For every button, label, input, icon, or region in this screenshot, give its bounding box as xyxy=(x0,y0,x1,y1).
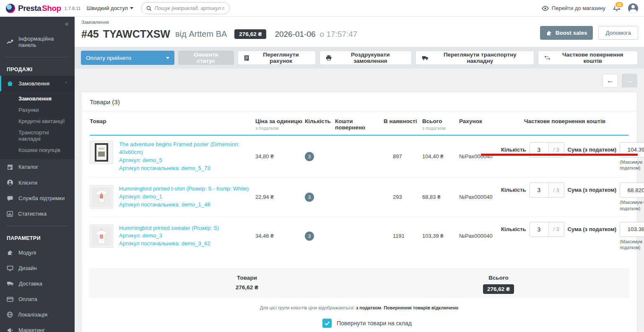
product-name-link[interactable]: Hummingbird printed t-shirt (Розмір: S -… xyxy=(119,185,249,193)
help-button[interactable]: Допомога xyxy=(598,26,638,40)
product-reference[interactable]: Артикул: demo_3 xyxy=(119,232,219,240)
col-unit-price-tax-note: з податком xyxy=(255,126,305,131)
print-order-button[interactable]: Роздрукувати замовлення xyxy=(319,51,412,65)
checkbox-checked-icon[interactable] xyxy=(322,319,332,328)
refund-quantity-input[interactable] xyxy=(530,222,548,237)
order-status-dropdown[interactable]: Оплату прийнято xyxy=(81,51,174,65)
refund-quantity-label: Кількість xyxy=(501,147,526,153)
tax-display-note: Для цієї групи клієнтів ціни відображают… xyxy=(81,305,637,310)
order-number: #45 xyxy=(81,28,99,40)
refund-quantity-max: / 3 xyxy=(548,183,564,197)
total-value: 103,39 ₴ xyxy=(422,233,459,239)
stock-value: 1191 xyxy=(384,233,422,239)
sidebar-item-payment[interactable]: Оплата xyxy=(0,291,75,307)
product-reference[interactable]: Артикул: demo_5 xyxy=(119,157,255,165)
total-value: 68,83 ₴ xyxy=(422,194,459,200)
sidebar-item-stats[interactable]: Статистика xyxy=(0,206,75,221)
update-status-button[interactable]: Оновити статус xyxy=(178,51,234,65)
refund-amount-label: Сума (з податком) xyxy=(568,187,617,193)
submenu-item-invoices[interactable]: Рахунки xyxy=(0,104,75,116)
refund-amount-input[interactable] xyxy=(620,222,644,237)
sidebar-item-modules[interactable]: Модулі xyxy=(0,244,75,260)
submenu-item-orders[interactable]: Замовлення xyxy=(0,93,75,104)
quantity-badge: 3 xyxy=(305,193,314,202)
sidebar-item-customers[interactable]: Клієнти xyxy=(0,175,75,190)
store-icon xyxy=(7,164,13,170)
breadcrumb[interactable]: Замовлення xyxy=(81,20,637,25)
sidebar-item-localization[interactable]: Локалізація xyxy=(0,307,75,322)
submenu-item-shopping-carts[interactable]: Кошики покупців xyxy=(0,144,75,156)
quantity-badge: 3 xyxy=(305,232,314,241)
prestashop-logo[interactable]: Presta Shop xyxy=(6,4,61,13)
sidebar-item-shipping[interactable]: Доставка xyxy=(0,276,75,291)
product-supplier-reference[interactable]: Артикул постачальника: demo_3_62 xyxy=(119,240,219,248)
product-name-link[interactable]: Hummingbird printed sweater (Розмір: S) xyxy=(119,224,219,232)
view-invoice-button[interactable]: Переглянути рахунок xyxy=(238,51,316,65)
table-row: Hummingbird printed sweater (Розмір: S) … xyxy=(90,217,628,255)
sidebar-item-customer-service[interactable]: Служба підтримки xyxy=(0,190,75,206)
sidebar-divider xyxy=(6,57,69,57)
sidebar-item-catalog[interactable]: Каталог xyxy=(0,159,75,175)
brand-shop: Shop xyxy=(42,4,61,13)
user-avatar[interactable] xyxy=(628,3,638,13)
submenu-item-credit-slips[interactable]: Кредитні квитанції xyxy=(0,116,75,127)
refund-quantity-label: Кількість xyxy=(501,226,526,232)
sidebar-item-orders[interactable]: Замовлення ⌃ xyxy=(0,76,75,91)
product-reference[interactable]: Артикул: demo_1 xyxy=(119,193,249,201)
order-time: о 17:57:47 xyxy=(320,30,358,39)
products-panel: Товари (3) Товар Ціна за одиницюз податк… xyxy=(81,92,637,332)
quick-access-dropdown[interactable]: Швидкий доступ xyxy=(87,5,133,11)
main-content: Замовлення #45 TYAWCTXSW від Arttem BA 2… xyxy=(75,17,644,332)
sidebar-item-design[interactable]: Дизайн xyxy=(0,260,75,276)
product-name-link[interactable]: The adventure begins Framed poster (Dime… xyxy=(119,141,255,157)
sidebar: « Інформаційна панель ПРОДАЖІ Замовлення… xyxy=(0,17,75,332)
refund-amount-group: ₴ xyxy=(620,183,644,198)
puzzle-icon xyxy=(546,30,552,36)
credit-card-icon xyxy=(7,297,13,302)
view-shop-link[interactable]: Перейти до магазину xyxy=(542,5,605,11)
refund-amount-label: Сума (з податком) xyxy=(568,147,617,153)
tshirt-image xyxy=(91,187,112,207)
view-delivery-slip-button[interactable]: Переглянути транспортну накладну xyxy=(415,51,534,65)
refund-quantity-group: / 3 xyxy=(530,222,564,237)
sidebar-collapse-button[interactable]: « xyxy=(0,17,75,28)
boost-sales-button[interactable]: Boost sales xyxy=(540,26,593,40)
partial-refund-toolbar-label: Часткове повернення коштів xyxy=(554,51,631,64)
previous-order-button[interactable]: ← xyxy=(602,74,618,88)
partial-refund-toolbar-button[interactable]: Часткове повернення коштів xyxy=(538,51,638,65)
col-total-tax-note: з податком xyxy=(422,126,459,131)
refund-quantity-input[interactable] xyxy=(530,183,548,197)
search-icon xyxy=(146,5,152,11)
product-supplier-reference[interactable]: Артикул постачальника: demo_1_46 xyxy=(119,201,249,209)
truck-icon xyxy=(7,281,14,286)
annotation-red-underline xyxy=(481,154,638,156)
unit-price-value: 22,94 ₴ xyxy=(255,194,305,200)
next-order-button[interactable]: → xyxy=(622,74,637,88)
order-reference: TYAWCTXSW xyxy=(103,28,170,40)
sidebar-divider xyxy=(6,226,69,226)
table-row: The adventure begins Framed poster (Dime… xyxy=(90,136,628,178)
sidebar-item-marketing[interactable]: Маркетинг xyxy=(0,322,75,332)
notifications-button[interactable]: 10 xyxy=(613,4,621,12)
submenu-item-delivery-slips[interactable]: Транспортні накладні xyxy=(0,127,75,144)
option-restock-products[interactable]: Повернути товари на склад xyxy=(322,319,637,328)
refund-max-hint: (Максимум 103,39 ₴ з податком) xyxy=(620,239,644,250)
megaphone-icon xyxy=(7,327,13,332)
product-thumbnail xyxy=(90,185,113,208)
product-supplier-reference[interactable]: Артикул постачальника: demo_5_73 xyxy=(119,165,255,172)
stock-value: 897 xyxy=(384,153,422,160)
global-search[interactable] xyxy=(141,2,230,14)
sidebar-section-sales: ПРОДАЖІ xyxy=(0,62,75,76)
sidebar-item-dashboard[interactable]: Інформаційна панель xyxy=(0,31,75,53)
product-thumbnail xyxy=(90,224,113,248)
invoice-value: №Pax000040 xyxy=(459,233,501,239)
quick-access-label: Швидкий доступ xyxy=(87,5,128,11)
col-partial-refund: Часткове повернення коштів xyxy=(501,118,628,124)
refund-quantity-label: Кількість xyxy=(501,187,526,193)
refund-amount-input[interactable] xyxy=(620,183,644,197)
search-input[interactable] xyxy=(155,5,224,11)
col-unit-price: Ціна за одиницюз податком xyxy=(255,118,305,131)
unit-price-value: 34,80 ₴ xyxy=(255,153,305,160)
products-table-header: Товар Ціна за одиницюз податком Кількіст… xyxy=(90,111,628,136)
trending-icon xyxy=(7,39,13,45)
